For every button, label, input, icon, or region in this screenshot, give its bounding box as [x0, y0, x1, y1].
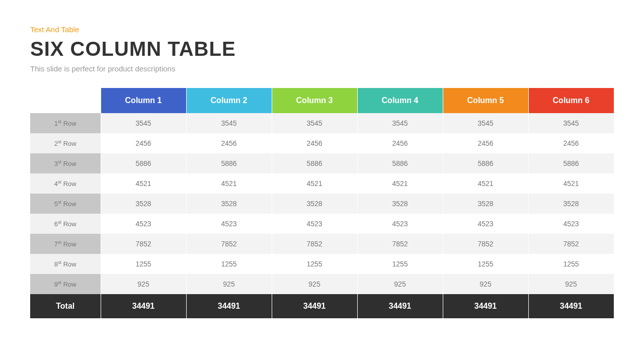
table-cell: 4523: [101, 214, 186, 234]
table-cell: 4521: [443, 173, 528, 194]
table-cell: 3528: [272, 194, 357, 214]
row-label-tail: Row: [61, 180, 76, 188]
table-cell: 7852: [272, 234, 357, 254]
table-cell: 3545: [443, 113, 528, 133]
row-ordinal: 4: [54, 180, 58, 188]
row-ordinal: 5: [54, 200, 58, 208]
table-cell: 3528: [357, 194, 443, 214]
table-cell: 4521: [272, 173, 357, 194]
table-cell: 3545: [272, 113, 357, 133]
table-row: 3st Row588658865886588658865886: [30, 153, 614, 173]
table-cell: 7852: [528, 234, 614, 254]
row-label-tail: Row: [61, 260, 76, 268]
column-header: Column 5: [443, 88, 528, 113]
kicker-text: Text And Table: [30, 25, 614, 34]
table-cell: 3545: [357, 113, 443, 133]
row-label-tail: Row: [61, 160, 76, 167]
header-blank: [30, 88, 101, 113]
row-ordinal: 2: [54, 140, 58, 147]
slide: Text And Table SIX COLUMN TABLE This sli…: [0, 0, 644, 333]
column-header: Column 6: [528, 88, 614, 113]
table-cell: 925: [272, 274, 357, 294]
row-ordinal-suffix: st: [58, 159, 61, 164]
table-cell: 3545: [186, 113, 272, 133]
table-cell: 3528: [528, 194, 614, 214]
row-label-tail: Row: [61, 120, 76, 127]
row-label: 3st Row: [30, 153, 101, 173]
row-label: 8st Row: [30, 254, 101, 274]
table-cell: 4521: [357, 173, 443, 194]
table-cell: 5886: [101, 153, 186, 173]
row-label: 4st Row: [30, 173, 101, 194]
table-cell: 1255: [272, 254, 357, 274]
table-cell: 2456: [357, 133, 443, 153]
row-label: 1st Row: [30, 113, 101, 133]
row-ordinal-suffix: st: [58, 280, 61, 285]
total-cell: 34491: [186, 294, 272, 318]
table-cell: 4521: [528, 173, 614, 194]
table-cell: 4523: [272, 214, 357, 234]
row-ordinal: 3: [54, 160, 58, 167]
row-ordinal: 6: [54, 220, 58, 228]
total-cell: 34491: [357, 294, 443, 318]
row-ordinal: 1: [54, 120, 58, 127]
table-cell: 4521: [186, 173, 272, 194]
table-cell: 1255: [357, 254, 443, 274]
table-cell: 3528: [186, 194, 272, 214]
row-ordinal: 8: [54, 260, 58, 268]
total-cell: 34491: [443, 294, 528, 318]
row-label-tail: Row: [61, 140, 76, 147]
table-cell: 925: [101, 274, 186, 294]
row-label: 7st Row: [30, 234, 101, 254]
table-cell: 2456: [186, 133, 272, 153]
row-ordinal-suffix: st: [58, 139, 61, 144]
total-cell: 34491: [272, 294, 357, 318]
table-row: 2st Row245624562456245624562456: [30, 133, 614, 153]
row-label-tail: Row: [61, 200, 76, 208]
table-cell: 3528: [101, 194, 186, 214]
row-label: 2st Row: [30, 133, 101, 153]
table-cell: 2456: [528, 133, 614, 153]
total-label: Total: [30, 294, 101, 318]
table-total-row: Total 34491 34491 34491 34491 34491 3449…: [30, 294, 614, 318]
row-ordinal-suffix: st: [58, 179, 61, 185]
table-row: 4st Row452145214521452145214521: [30, 173, 614, 194]
table-row: 8st Row125512551255125512551255: [30, 254, 614, 274]
row-label-tail: Row: [61, 240, 76, 248]
table-cell: 1255: [443, 254, 528, 274]
row-ordinal-suffix: st: [58, 240, 61, 245]
table-cell: 1255: [101, 254, 186, 274]
row-label-tail: Row: [61, 281, 76, 288]
table-cell: 4523: [186, 214, 272, 234]
total-cell: 34491: [101, 294, 186, 318]
row-label: 6st Row: [30, 214, 101, 234]
row-ordinal: 9: [54, 281, 58, 288]
table-cell: 7852: [357, 234, 443, 254]
column-header: Column 4: [357, 88, 443, 113]
row-label-tail: Row: [61, 220, 76, 228]
row-ordinal-suffix: st: [58, 220, 61, 225]
table-body: 1st Row3545354535453545354535452st Row24…: [30, 113, 614, 294]
table-cell: 925: [186, 274, 272, 294]
table-cell: 5886: [272, 153, 357, 173]
table-row: 7st Row785278527852785278527852: [30, 234, 614, 254]
row-label: 9st Row: [30, 274, 101, 294]
table-row: 9st Row925925925925925925: [30, 274, 614, 294]
row-ordinal-suffix: st: [58, 200, 61, 205]
table-cell: 1255: [528, 254, 614, 274]
table-cell: 5886: [528, 153, 614, 173]
table-cell: 4523: [528, 214, 614, 234]
table-row: 5st Row352835283528352835283528: [30, 194, 614, 214]
table-cell: 2456: [443, 133, 528, 153]
table-cell: 3545: [528, 113, 614, 133]
table-cell: 2456: [272, 133, 357, 153]
page-title: SIX COLUMN TABLE: [30, 38, 614, 60]
table-cell: 925: [443, 274, 528, 294]
column-header: Column 1: [101, 88, 186, 113]
row-label: 5st Row: [30, 194, 101, 214]
table-cell: 3545: [101, 113, 186, 133]
table-container: Column 1 Column 2 Column 3 Column 4 Colu…: [30, 88, 614, 318]
table-cell: 7852: [186, 234, 272, 254]
table-cell: 5886: [357, 153, 443, 173]
table-cell: 4523: [357, 214, 443, 234]
